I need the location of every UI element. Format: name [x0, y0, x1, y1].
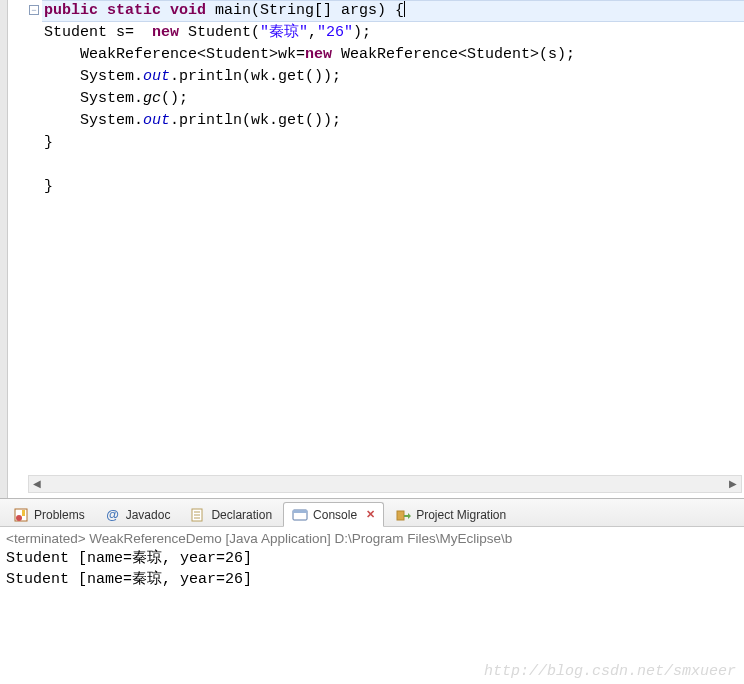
svg-rect-8 — [293, 510, 307, 513]
scroll-left-icon[interactable]: ◀ — [29, 476, 45, 492]
console-output[interactable]: Student [name=秦琼, year=26]Student [name=… — [0, 548, 744, 596]
fold-toggle-icon[interactable]: − — [29, 5, 39, 15]
tab-bar: Problems @ Javadoc Declaration Console ✕… — [0, 499, 744, 527]
tab-declaration[interactable]: Declaration — [181, 502, 281, 526]
code-line-4: System.out.println(wk.get()); — [42, 66, 744, 88]
vertical-ruler — [0, 0, 8, 498]
editor-container: − public static void main(String[] args)… — [0, 0, 744, 498]
tab-project-migration[interactable]: Project Migration — [386, 502, 515, 526]
bottom-panel: Problems @ Javadoc Declaration Console ✕… — [0, 498, 744, 684]
text-cursor — [404, 1, 405, 17]
scroll-right-icon[interactable]: ▶ — [725, 476, 741, 492]
tab-label: Declaration — [211, 508, 272, 522]
tab-console[interactable]: Console ✕ — [283, 502, 384, 527]
code-line-6: System.out.println(wk.get()); — [42, 110, 744, 132]
svg-rect-2 — [22, 510, 25, 516]
tab-problems[interactable]: Problems — [4, 502, 94, 526]
close-icon[interactable]: ✕ — [366, 508, 375, 521]
console-line: Student [name=秦琼, year=26] — [6, 548, 738, 569]
console-icon — [292, 507, 308, 523]
code-editor[interactable]: public static void main(String[] args) {… — [42, 0, 744, 498]
tab-label: Console — [313, 508, 357, 522]
code-line-9: } — [42, 176, 744, 198]
code-line-8 — [42, 154, 744, 176]
tab-javadoc[interactable]: @ Javadoc — [96, 502, 180, 526]
console-process-label: <terminated> WeakReferenceDemo [Java App… — [0, 527, 744, 548]
code-line-7: } — [42, 132, 744, 154]
fold-column: − — [28, 0, 42, 498]
tab-label: Javadoc — [126, 508, 171, 522]
svg-rect-9 — [397, 511, 404, 520]
console-line: Student [name=秦琼, year=26] — [6, 569, 738, 590]
svg-point-1 — [16, 515, 22, 521]
code-line-1: public static void main(String[] args) { — [42, 0, 744, 22]
code-line-2: Student s= new Student("秦琼","26"); — [42, 22, 744, 44]
declaration-icon — [190, 507, 206, 523]
problems-icon — [13, 507, 29, 523]
marker-column — [8, 0, 28, 498]
migration-icon — [395, 507, 411, 523]
tab-label: Project Migration — [416, 508, 506, 522]
horizontal-scrollbar[interactable]: ◀ ▶ — [28, 475, 742, 493]
code-line-5: System.gc(); — [42, 88, 744, 110]
javadoc-icon: @ — [105, 507, 121, 523]
code-line-3: WeakReference<Student>wk=new WeakReferen… — [42, 44, 744, 66]
tab-label: Problems — [34, 508, 85, 522]
